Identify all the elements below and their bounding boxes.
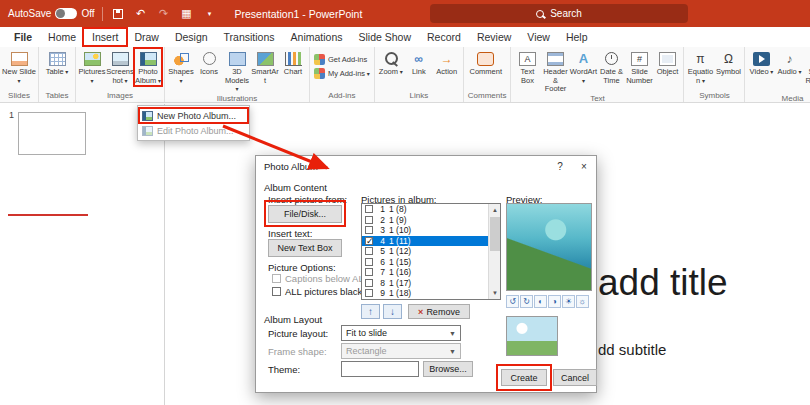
picture-layout-select[interactable]: Fit to slide ▼ <box>341 325 461 341</box>
search-box[interactable]: Search <box>430 4 688 23</box>
symbol-button[interactable]: Symbol <box>714 49 742 77</box>
list-item[interactable]: 31 (10) <box>362 225 500 236</box>
object-button[interactable]: Object <box>653 49 681 77</box>
audio-button[interactable]: Audio <box>775 49 803 77</box>
get-addins-button[interactable]: Get Add-ins <box>314 54 370 65</box>
screenshot-button[interactable]: Screenshot <box>106 49 134 85</box>
video-button[interactable]: Video <box>747 49 775 77</box>
menu-item-new-photo-album[interactable]: New Photo Album... <box>138 108 249 123</box>
rotate-left-icon[interactable]: ↺ <box>506 295 519 308</box>
3d-models-button[interactable]: 3D Models <box>223 49 251 94</box>
photo-album-button[interactable]: Photo Album <box>134 49 162 85</box>
brightness-down-icon[interactable]: ☼ <box>576 295 589 308</box>
cancel-button[interactable]: Cancel <box>553 369 597 386</box>
list-item[interactable]: 11 (8) <box>362 204 500 215</box>
shapes-button[interactable]: Shapes <box>167 49 195 85</box>
label: New Photo Album... <box>157 111 236 121</box>
autosave-toggle[interactable] <box>55 8 77 19</box>
list-item[interactable]: 91 (18) <box>362 288 500 299</box>
slide-subtitle-placeholder[interactable]: dd subtitle <box>598 341 666 358</box>
table-button[interactable]: Table <box>41 49 73 77</box>
slide-thumbnail[interactable] <box>18 112 86 155</box>
scrollbar-thumb[interactable] <box>490 217 500 251</box>
picture-checkbox[interactable] <box>365 258 373 266</box>
dialog-title-bar[interactable]: Photo Album ? × <box>256 156 596 176</box>
contrast-down-icon[interactable]: ◑ <box>548 295 561 308</box>
captions-checkbox[interactable] <box>272 274 281 283</box>
label: Text Box <box>513 68 541 85</box>
smartart-button[interactable]: SmartArt <box>251 49 279 85</box>
tab-help[interactable]: Help <box>558 28 596 46</box>
quick-access-caret-icon[interactable]: ▾ <box>202 6 218 22</box>
equation-button[interactable]: Equation <box>686 49 714 85</box>
scroll-up-icon[interactable]: ▲ <box>489 204 501 216</box>
new-slide-button[interactable]: New Slide <box>2 49 36 85</box>
picture-checkbox[interactable] <box>365 279 373 287</box>
black-white-checkbox[interactable] <box>272 287 281 296</box>
brightness-up-icon[interactable]: ☀ <box>562 295 575 308</box>
new-text-box-button[interactable]: New Text Box <box>268 239 342 257</box>
text-box-button[interactable]: Text Box <box>513 49 541 85</box>
list-item-selected[interactable]: 41 (11) <box>362 236 500 247</box>
undo-button[interactable]: ↶ <box>133 6 149 22</box>
header-footer-button[interactable]: Header & Footer <box>541 49 569 94</box>
picture-checkbox[interactable] <box>365 268 373 276</box>
tab-file[interactable]: File <box>6 28 40 46</box>
chart-button[interactable]: Chart <box>279 49 307 77</box>
list-item[interactable]: 61 (15) <box>362 257 500 268</box>
tab-review[interactable]: Review <box>469 28 519 46</box>
pictures-list[interactable]: 11 (8) 21 (9) 31 (10) 41 (11) 51 (12) 61… <box>361 203 501 300</box>
tab-view[interactable]: View <box>519 28 558 46</box>
wordart-button[interactable]: WordArt <box>569 49 597 85</box>
action-button[interactable]: Action <box>433 49 461 77</box>
picture-checkbox[interactable] <box>365 237 373 245</box>
slide-number-button[interactable]: Slide Number <box>625 49 653 85</box>
picture-checkbox[interactable] <box>365 205 373 213</box>
remove-button[interactable]: × Remove <box>408 304 470 319</box>
picture-checkbox[interactable] <box>365 226 373 234</box>
slide-title-placeholder[interactable]: add title <box>598 262 728 304</box>
my-addins-button[interactable]: My Add-ins <box>314 68 370 79</box>
picture-checkbox[interactable] <box>365 247 373 255</box>
pictures-button[interactable]: Pictures <box>78 49 106 85</box>
theme-input[interactable] <box>341 361 419 377</box>
tab-draw[interactable]: Draw <box>126 28 167 46</box>
picture-checkbox[interactable] <box>365 216 373 224</box>
browse-button[interactable]: Browse... <box>423 361 473 377</box>
tab-transitions[interactable]: Transitions <box>216 28 283 46</box>
tab-animations[interactable]: Animations <box>283 28 351 46</box>
scroll-down-icon[interactable]: ▼ <box>489 287 501 299</box>
dialog-close-button[interactable]: × <box>572 156 596 176</box>
menu-item-edit-photo-album[interactable]: Edit Photo Album... <box>138 123 249 138</box>
picture-layout-label: Picture layout: <box>268 328 328 339</box>
ribbon-display-icon[interactable]: ▦ <box>179 6 195 22</box>
autosave-control[interactable]: AutoSave Off <box>8 8 95 19</box>
comment-button[interactable]: Comment <box>466 49 506 77</box>
list-item[interactable]: 51 (12) <box>362 246 500 257</box>
move-up-button[interactable]: ↑ <box>361 304 380 319</box>
link-button[interactable]: Link <box>405 49 433 77</box>
zoom-button[interactable]: Zoom <box>377 49 405 77</box>
tab-record[interactable]: Record <box>419 28 469 46</box>
tab-insert[interactable]: Insert <box>84 28 126 46</box>
file-disk-button[interactable]: File/Disk... <box>268 205 342 223</box>
list-item[interactable]: 71 (16) <box>362 267 500 278</box>
icons-button[interactable]: Icons <box>195 49 223 77</box>
rotate-right-icon[interactable]: ↻ <box>520 295 533 308</box>
list-scrollbar[interactable]: ▲ ▼ <box>488 204 500 299</box>
dialog-help-button[interactable]: ? <box>548 156 572 176</box>
save-button[interactable] <box>110 6 126 22</box>
screen-recording-button[interactable]: Screen Recording <box>803 49 810 94</box>
date-time-button[interactable]: Date & Time <box>597 49 625 85</box>
create-button[interactable]: Create <box>501 369 547 386</box>
list-item[interactable]: 21 (9) <box>362 215 500 226</box>
tab-slide-show[interactable]: Slide Show <box>351 28 420 46</box>
move-down-button[interactable]: ↓ <box>383 304 402 319</box>
redo-button[interactable]: ↷ <box>156 6 172 22</box>
tab-design[interactable]: Design <box>167 28 216 46</box>
contrast-up-icon[interactable]: ◐ <box>534 295 547 308</box>
frame-shape-select[interactable]: Rectangle ▼ <box>341 343 461 359</box>
picture-checkbox[interactable] <box>365 289 373 297</box>
tab-home[interactable]: Home <box>40 28 84 46</box>
list-item[interactable]: 81 (17) <box>362 278 500 289</box>
